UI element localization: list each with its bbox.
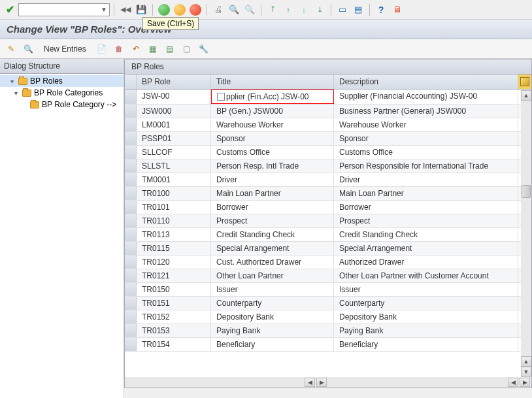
cell-title[interactable]: Depository Bank <box>211 310 334 323</box>
table-row[interactable]: JSW-00pplier (Fin.Acc) JSW-00Supplier (F… <box>125 90 531 105</box>
table-row[interactable]: TR0115Special ArrangementSpecial Arrange… <box>125 242 531 256</box>
find-button[interactable]: 🔍 <box>227 3 241 17</box>
cell-title[interactable]: Sponsor <box>211 132 334 145</box>
tree-node-bp-role-category[interactable]: BP Role Category --> <box>0 99 124 110</box>
command-field[interactable]: ▼ <box>18 3 110 16</box>
scroll-down-button[interactable]: ▼ <box>521 367 531 377</box>
table-row[interactable]: PSSP01SponsorSponsor <box>125 132 531 146</box>
cell-role[interactable]: TR0154 <box>137 338 211 351</box>
row-selector[interactable] <box>125 187 137 200</box>
cell-desc[interactable]: Other Loan Partner with Customer Account <box>334 269 518 282</box>
scroll-thumb[interactable] <box>522 185 531 198</box>
undo-button[interactable]: ↶ <box>129 42 143 56</box>
cell-role[interactable]: TR0100 <box>137 187 211 200</box>
row-selector[interactable] <box>125 159 137 173</box>
table-row[interactable]: TR0151CounterpartyCounterparty <box>125 297 531 310</box>
collapse-icon[interactable]: ◀◀ <box>118 3 133 17</box>
table-row[interactable]: SLLSTLPerson Resp. Intl TradePerson Resp… <box>125 159 531 173</box>
cell-role[interactable]: TR0121 <box>137 269 211 282</box>
deselect-button[interactable]: ▢ <box>180 42 194 56</box>
grid-header-config[interactable] <box>518 75 531 89</box>
row-selector[interactable] <box>125 310 137 323</box>
f4-help-icon[interactable] <box>217 93 225 101</box>
row-selector[interactable] <box>125 90 137 104</box>
cell-title[interactable]: Credit Standing Check <box>211 228 334 241</box>
scroll-up-button[interactable]: ▲ <box>521 90 531 101</box>
cell-desc[interactable]: Counterparty <box>334 297 518 310</box>
cell-desc[interactable]: Main Loan Partner <box>334 187 518 200</box>
cell-role[interactable]: JSW-00 <box>137 90 211 104</box>
print-button[interactable]: 🖨 <box>211 3 225 17</box>
expand-button[interactable]: 🔍 <box>21 42 35 56</box>
new-entries-button[interactable]: New Entries <box>38 42 92 56</box>
row-selector[interactable] <box>125 228 137 241</box>
cell-title[interactable]: BP (Gen.) JSW000 <box>211 105 334 118</box>
config-button[interactable]: 🔧 <box>197 42 211 56</box>
table-row[interactable]: TR0100Main Loan PartnerMain Loan Partner <box>125 187 531 201</box>
cell-desc[interactable]: Customs Office <box>334 146 518 159</box>
cell-desc[interactable]: Depository Bank <box>334 310 518 323</box>
back-button[interactable] <box>157 3 171 17</box>
settings-button[interactable]: 🖥 <box>390 3 404 17</box>
cell-desc[interactable]: Business Partner (General) JSW000 <box>334 105 518 118</box>
row-selector[interactable] <box>125 201 137 214</box>
cell-role[interactable]: TR0150 <box>137 283 211 296</box>
cell-role[interactable]: TR0120 <box>137 256 211 269</box>
cell-role[interactable]: LM0001 <box>137 118 211 131</box>
grid-header-desc[interactable]: Description <box>334 75 518 89</box>
row-selector[interactable] <box>125 283 137 296</box>
toggle-display-button[interactable]: ✎ <box>4 42 18 56</box>
help-button[interactable]: ? <box>374 3 388 17</box>
cell-desc[interactable]: Beneficiary <box>334 338 518 351</box>
row-selector[interactable] <box>125 146 137 159</box>
find-next-button[interactable]: 🔍 <box>242 3 257 17</box>
table-row[interactable]: TM0001DriverDriver <box>125 173 531 187</box>
cell-desc[interactable]: Authorized Drawer <box>334 256 518 269</box>
expander-icon[interactable]: ▾ <box>10 78 17 85</box>
cell-role[interactable]: JSW000 <box>137 105 211 118</box>
grid-header-select[interactable] <box>125 75 137 89</box>
next-page-button[interactable]: ↓ <box>297 3 311 17</box>
tree-node-bp-roles[interactable]: ▾ BP Roles <box>0 75 124 87</box>
table-row[interactable]: TR0120Cust. Authorized DrawerAuthorized … <box>125 256 531 269</box>
table-row[interactable]: SLLCOFCustoms OfficeCustoms Office <box>125 146 531 159</box>
cell-desc[interactable]: Credit Standing Check <box>334 228 518 241</box>
cell-role[interactable]: TR0151 <box>137 297 211 310</box>
cell-desc[interactable]: Borrower <box>334 201 518 214</box>
table-row[interactable]: TR0101BorrowerBorrower <box>125 201 531 214</box>
row-selector[interactable] <box>125 338 137 351</box>
cell-desc[interactable]: Warehouse Worker <box>334 118 518 131</box>
row-selector[interactable] <box>125 214 137 227</box>
table-row[interactable]: TR0113Credit Standing CheckCredit Standi… <box>125 228 531 242</box>
cell-role[interactable]: TR0113 <box>137 228 211 241</box>
new-session-button[interactable]: ▭ <box>335 3 350 17</box>
prev-page-button[interactable]: ↑ <box>281 3 295 17</box>
cell-desc[interactable]: Sponsor <box>334 132 518 145</box>
row-selector[interactable] <box>125 105 137 118</box>
row-selector[interactable] <box>125 297 137 310</box>
tree-node-bp-role-categories[interactable]: ▾ BP Role Categories <box>0 87 124 99</box>
table-row[interactable]: LM0001Warehouse WorkerWarehouse Worker <box>125 118 531 132</box>
copy-button[interactable]: 📄 <box>95 42 109 56</box>
cell-title[interactable]: pplier (Fin.Acc) JSW-00 <box>211 90 334 104</box>
scroll-first-button[interactable]: ◀ <box>508 378 518 387</box>
select-block-button[interactable]: ▤ <box>163 42 177 56</box>
select-all-button[interactable]: ▦ <box>146 42 160 56</box>
vertical-scrollbar[interactable]: ▲ ▲ ▼ <box>521 90 531 377</box>
cell-role[interactable]: TM0001 <box>137 173 211 186</box>
grid-header-title[interactable]: Title <box>211 75 334 89</box>
delete-button[interactable]: 🗑 <box>112 42 126 56</box>
row-selector[interactable] <box>125 324 137 337</box>
table-row[interactable]: TR0152Depository BankDepository Bank <box>125 310 531 324</box>
cell-title[interactable]: Paying Bank <box>211 324 334 337</box>
cell-title[interactable]: Beneficiary <box>211 338 334 351</box>
enter-icon[interactable]: ✔ <box>3 3 17 17</box>
cell-title[interactable]: Special Arrangement <box>211 242 334 255</box>
table-row[interactable]: TR0121Other Loan PartnerOther Loan Partn… <box>125 269 531 283</box>
cell-desc[interactable]: Person Responsible for International Tra… <box>334 159 518 173</box>
cell-title[interactable]: Person Resp. Intl Trade <box>211 159 334 173</box>
scroll-left-button[interactable]: ◀ <box>305 378 315 387</box>
row-selector[interactable] <box>125 256 137 269</box>
cell-role[interactable]: TR0153 <box>137 324 211 337</box>
row-selector[interactable] <box>125 118 137 131</box>
